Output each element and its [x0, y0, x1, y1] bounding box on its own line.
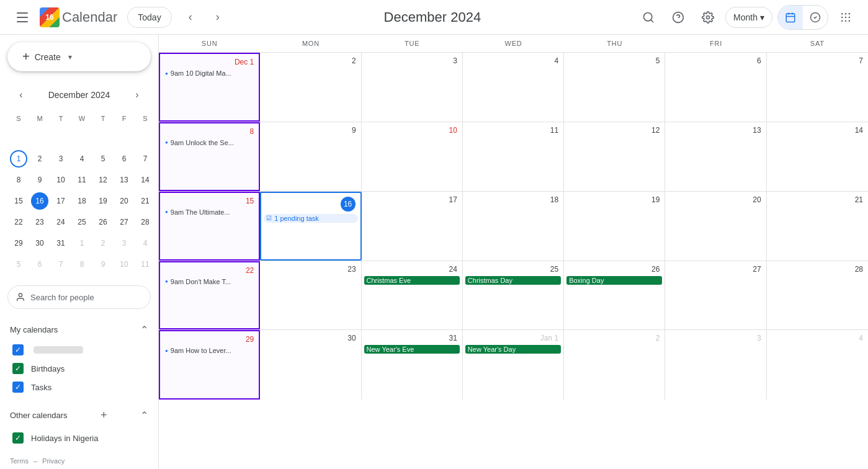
calendar-day-14[interactable]: 14 — [767, 122, 868, 191]
mini-day-16[interactable]: 16 — [31, 192, 48, 210]
calendar-item-holidays[interactable]: ✓ Holidays in Nigeria — [7, 429, 151, 447]
calendar-day-15[interactable]: 15 9am The Ultimate... — [159, 192, 260, 261]
calendar-day-25[interactable]: 25 Christmas Day — [463, 261, 564, 330]
mini-day[interactable] — [136, 127, 154, 145]
other-calendars-header[interactable]: Other calendars + ⌃ — [7, 401, 151, 429]
view-mode-dropdown[interactable]: Month ▾ — [725, 7, 772, 28]
calendar-day-24[interactable]: 24 Christmas Eve — [362, 261, 463, 330]
mini-cal-prev[interactable]: ‹ — [12, 86, 30, 104]
calendar-day-31[interactable]: 31 New Year's Eve — [362, 330, 463, 400]
mini-day-27[interactable]: 27 — [115, 213, 133, 231]
mini-day[interactable] — [73, 127, 91, 145]
mini-day-25[interactable]: 25 — [73, 213, 91, 231]
mini-day-28[interactable]: 28 — [136, 213, 154, 231]
event-ultimate[interactable]: 9am The Ultimate... — [163, 208, 256, 217]
mini-day-31[interactable]: 31 — [52, 234, 69, 252]
mini-day-jan10[interactable]: 10 — [115, 256, 133, 273]
calendar-day-22[interactable]: 22 9am Don't Make T... — [159, 261, 260, 330]
mini-day-7[interactable]: 7 — [136, 150, 154, 168]
calendar-day-17[interactable]: 17 — [362, 192, 463, 261]
terms-link[interactable]: Terms — [10, 457, 29, 465]
tasks-view-button[interactable] — [803, 6, 828, 29]
calendar-day-7[interactable]: 7 — [767, 53, 868, 122]
calendar-day-12[interactable]: 12 — [564, 122, 665, 191]
mini-day-24[interactable]: 24 — [52, 213, 69, 231]
mini-day-17[interactable]: 17 — [52, 192, 69, 210]
calendar-day-11[interactable]: 11 — [463, 122, 564, 191]
calendar-day-4[interactable]: 4 — [463, 53, 564, 122]
mini-day-21[interactable]: 21 — [136, 192, 154, 210]
event-nye[interactable]: New Year's Eve — [364, 345, 460, 354]
mini-day-15[interactable]: 15 — [10, 192, 27, 210]
calendar-day-jan4[interactable]: 4 — [767, 330, 868, 400]
mini-day-jan3[interactable]: 3 — [115, 234, 133, 252]
mini-day-10[interactable]: 10 — [52, 171, 69, 189]
mini-day-jan5[interactable]: 5 — [10, 256, 27, 273]
calendar-day-29[interactable]: 29 9am How to Lever... — [159, 330, 260, 400]
calendar-day-8[interactable]: 8 9am Unlock the Se... — [159, 122, 260, 191]
mini-day-jan9[interactable]: 9 — [94, 256, 112, 273]
mini-day[interactable] — [94, 127, 112, 145]
apps-button[interactable] — [833, 5, 858, 30]
prev-month-button[interactable]: ‹ — [179, 6, 202, 29]
calendar-day-28[interactable]: 28 — [767, 261, 868, 330]
mini-day-22[interactable]: 22 — [10, 213, 27, 231]
calendar-day-dec1[interactable]: Dec 1 9am 10 Digital Ma... — [159, 53, 260, 122]
calendar-day-26[interactable]: 26 Boxing Day — [564, 261, 665, 330]
calendar-day-27[interactable]: 27 — [665, 261, 766, 330]
event-pending-task[interactable]: ☑ 1 pending task — [264, 214, 357, 223]
mini-day-20[interactable]: 20 — [115, 192, 133, 210]
calendar-day-2[interactable]: 2 — [260, 53, 361, 122]
calendar-day-16-today[interactable]: 16 ☑ 1 pending task — [260, 192, 361, 261]
event-dont-make[interactable]: 9am Don't Make T... — [163, 277, 256, 286]
calendar-day-jan2[interactable]: 2 — [564, 330, 665, 400]
calendar-day-13[interactable]: 13 — [665, 122, 766, 191]
mini-day[interactable] — [10, 127, 27, 145]
mini-day-29[interactable]: 29 — [10, 234, 27, 252]
calendar-day-20[interactable]: 20 — [665, 192, 766, 261]
mini-day-8[interactable]: 8 — [10, 171, 27, 189]
event-unlock[interactable]: 9am Unlock the Se... — [163, 138, 256, 147]
other-calendars-toggle[interactable]: ⌃ — [140, 409, 148, 421]
calendar-day-jan1[interactable]: Jan 1 New Year's Day — [463, 330, 564, 400]
mini-day-30[interactable]: 30 — [31, 234, 48, 252]
mini-day-13[interactable]: 13 — [115, 171, 133, 189]
mini-day-2[interactable]: 2 — [31, 150, 48, 168]
event-christmas-day[interactable]: Christmas Day — [465, 276, 561, 285]
mini-day-jan2[interactable]: 2 — [94, 234, 112, 252]
mini-day[interactable] — [31, 127, 48, 145]
calendar-day-19[interactable]: 19 — [564, 192, 665, 261]
mini-day-jan4[interactable]: 4 — [136, 234, 154, 252]
calendar-day-23[interactable]: 23 — [260, 261, 361, 330]
mini-day-jan11[interactable]: 11 — [136, 256, 154, 273]
calendar-day-9[interactable]: 9 — [260, 122, 361, 191]
calendar-item-birthdays[interactable]: ✓ Birthdays — [7, 359, 151, 378]
search-button[interactable] — [636, 5, 661, 30]
hamburger-button[interactable] — [10, 5, 35, 30]
calendar-item-tasks[interactable]: ✓ Tasks — [7, 378, 151, 396]
event-10digital[interactable]: 9am 10 Digital Ma... — [163, 69, 256, 78]
privacy-link[interactable]: Privacy — [42, 457, 65, 465]
calendar-view-button[interactable] — [778, 6, 803, 29]
mini-day-jan8[interactable]: 8 — [73, 256, 91, 273]
mini-day-14[interactable]: 14 — [136, 171, 154, 189]
mini-day-6[interactable]: 6 — [115, 150, 133, 168]
mini-day-5[interactable]: 5 — [94, 150, 112, 168]
calendar-day-18[interactable]: 18 — [463, 192, 564, 261]
mini-day-1[interactable]: 1 — [10, 150, 27, 168]
event-boxing-day[interactable]: Boxing Day — [566, 276, 662, 285]
event-christmas-eve[interactable]: Christmas Eve — [364, 276, 460, 285]
mini-day-18[interactable]: 18 — [73, 192, 91, 210]
calendar-day-30[interactable]: 30 — [260, 330, 361, 400]
create-button[interactable]: + Create ▾ — [7, 42, 151, 71]
calendar-day-6[interactable]: 6 — [665, 53, 766, 122]
calendar-day-21[interactable]: 21 — [767, 192, 868, 261]
event-how-to-lever[interactable]: 9am How to Lever... — [163, 346, 256, 355]
mini-day-9[interactable]: 9 — [31, 171, 48, 189]
next-month-button[interactable]: › — [207, 6, 229, 29]
search-people-bar[interactable]: Search for people — [7, 285, 151, 309]
mini-cal-next[interactable]: › — [128, 86, 146, 104]
mini-day-jan6[interactable]: 6 — [31, 256, 48, 273]
settings-button[interactable] — [696, 5, 720, 30]
calendar-day-5[interactable]: 5 — [564, 53, 665, 122]
